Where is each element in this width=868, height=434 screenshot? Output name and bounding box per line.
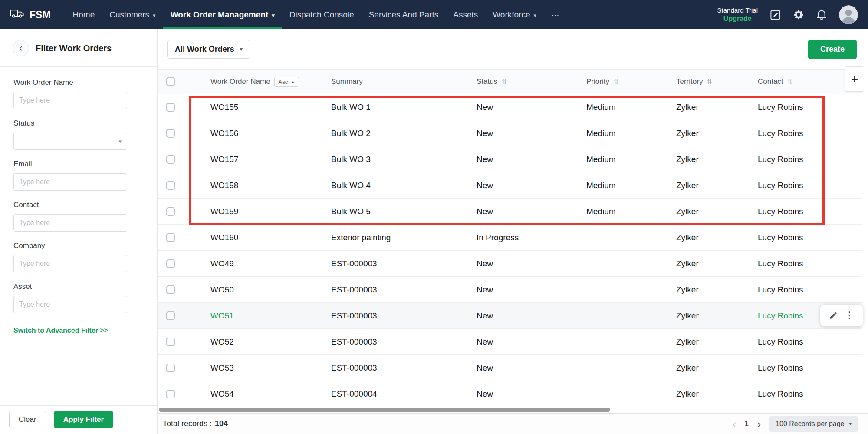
gear-icon[interactable] [793,9,804,20]
main-navigation: HomeCustomers▾Work Order Management▾Disp… [66,0,567,29]
bell-icon[interactable] [816,9,827,20]
contact-link[interactable]: Lucy Robins [749,233,862,242]
row-checkbox[interactable] [166,181,175,190]
table-row[interactable]: WO158 Bulk WO 4 New Medium Zylker Lucy R… [158,172,862,199]
next-page-icon[interactable]: › [757,418,761,430]
table-row[interactable]: WO49 EST-000003 New Zylker Lucy Robins [158,251,862,277]
work-order-name-link[interactable]: WO49 [202,259,322,268]
view-selector-dropdown[interactable]: All Work Orders ▾ [167,40,250,59]
nav-item-workforce[interactable]: Workforce▾ [485,0,544,29]
work-order-name-link[interactable]: WO54 [202,389,322,399]
row-checkbox[interactable] [166,259,175,268]
table-row[interactable]: WO54 EST-000004 New Zylker Lucy Robins [158,381,862,407]
filter-fields: Work Order NameStatus▾EmailContactCompan… [0,67,157,335]
records-per-page-dropdown[interactable]: 100 Records per page ▾ [769,416,858,432]
advanced-filter-link[interactable]: Switch to Advanced Filter >> [13,327,108,335]
table-row[interactable]: WO159 Bulk WO 5 New Medium Zylker Lucy R… [158,199,862,225]
add-column-button[interactable]: + [845,66,864,92]
status-cell: New [468,259,578,268]
status-cell: New [468,389,578,399]
contact-link[interactable]: Lucy Robins [749,129,862,138]
more-actions-icon[interactable]: ⋮ [845,311,854,320]
work-order-name-link[interactable]: WO159 [202,207,322,216]
sort-asc-badge[interactable]: Asc▲ [274,77,299,87]
work-order-name-link[interactable]: WO51 [202,311,322,321]
row-checkbox[interactable] [166,311,175,320]
asset-input[interactable] [13,296,127,313]
company-input[interactable] [13,255,127,272]
table-row[interactable]: WO50 EST-000003 New Zylker Lucy Robins [158,277,862,303]
table-row[interactable]: WO155 Bulk WO 1 New Medium Zylker Lucy R… [158,94,862,120]
work-order-name-link[interactable]: WO160 [202,233,322,242]
back-button[interactable] [13,40,29,56]
upgrade-link[interactable]: Upgrade [717,14,758,23]
nav-item-services-and-parts[interactable]: Services And Parts [362,0,446,29]
contact-link[interactable]: Lucy Robins [749,259,862,268]
edit-pencil-icon[interactable] [829,311,838,320]
table-row[interactable]: WO51 EST-000003 New Zylker Lucy Robins [158,303,862,329]
create-button[interactable]: Create [808,40,857,59]
nav-item-dispatch-console[interactable]: Dispatch Console [282,0,362,29]
contact-link[interactable]: Lucy Robins [749,389,862,399]
table-row[interactable]: WO160 Exterior painting In Progress Zylk… [158,225,862,251]
table-row[interactable]: WO52 EST-000003 New Zylker Lucy Robins [158,329,862,355]
table-row[interactable]: WO53 EST-000003 New Zylker Lucy Robins [158,355,862,381]
row-checkbox[interactable] [166,285,175,294]
row-checkbox[interactable] [166,338,175,346]
trial-label: Standard Trial [717,6,758,15]
row-checkbox[interactable] [166,155,175,164]
user-avatar[interactable] [839,5,858,24]
contact-link[interactable]: Lucy Robins [749,181,862,190]
column-header-summary[interactable]: Summary [322,77,468,86]
column-header-territory[interactable]: Territory⇅ [667,77,749,86]
contact-link[interactable]: Lucy Robins [749,155,862,164]
row-checkbox[interactable] [166,233,175,242]
table-row[interactable]: WO157 Bulk WO 3 New Medium Zylker Lucy R… [158,146,862,172]
work-order-name-link[interactable]: WO53 [202,363,322,373]
field-label: Status [13,119,127,128]
contact-link[interactable]: Lucy Robins [749,103,862,112]
email-input[interactable] [13,173,127,191]
status-select[interactable]: ▾ [13,133,127,150]
nav-item-work-order-management[interactable]: Work Order Management▾ [163,0,282,29]
table-row[interactable]: WO156 Bulk WO 2 New Medium Zylker Lucy R… [158,120,862,146]
nav-item-label: Work Order Management [171,10,269,20]
field-label: Company [13,242,127,250]
row-checkbox[interactable] [166,129,175,138]
contact-link[interactable]: Lucy Robins [749,363,862,373]
column-header-name[interactable]: Work Order NameAsc▲ [202,77,322,87]
work-order-name-input[interactable] [13,92,127,109]
summary-cell: Exterior painting [322,233,468,242]
nav-item-label: ⋯ [551,10,559,20]
contact-input[interactable] [13,214,127,232]
horizontal-scrollbar-thumb[interactable] [159,408,610,412]
row-checkbox-cell [158,181,202,190]
previous-page-icon[interactable]: ‹ [733,418,736,430]
row-checkbox[interactable] [166,390,175,398]
nav-item-assets[interactable]: Assets [446,0,485,29]
compose-icon[interactable] [769,9,781,21]
row-checkbox[interactable] [166,103,175,112]
clear-button[interactable]: Clear [9,411,46,428]
row-checkbox[interactable] [166,207,175,216]
work-order-name-link[interactable]: WO157 [202,155,322,164]
contact-link[interactable]: Lucy Robins [749,285,862,295]
contact-link[interactable]: Lucy Robins [749,207,862,216]
contact-link[interactable]: Lucy Robins [749,337,862,347]
work-order-name-link[interactable]: WO156 [202,129,322,138]
row-checkbox[interactable] [166,364,175,372]
work-order-name-link[interactable]: WO158 [202,181,322,190]
nav-item-more[interactable]: ⋯ [544,0,567,29]
fsm-brand[interactable]: FSM [10,8,51,21]
work-order-name-link[interactable]: WO50 [202,285,322,295]
nav-item-customers[interactable]: Customers▾ [102,0,163,29]
work-order-name-link[interactable]: WO52 [202,337,322,347]
select-all-checkbox[interactable] [166,77,175,86]
work-order-name-link[interactable]: WO155 [202,103,322,112]
nav-item-home[interactable]: Home [66,0,102,29]
apply-filter-button[interactable]: Apply Filter [54,411,114,428]
column-header-priority[interactable]: Priority⇅ [578,77,667,86]
trial-upgrade[interactable]: Standard Trial Upgrade [717,6,758,23]
column-header-status[interactable]: Status⇅ [468,77,578,86]
total-records-value: 104 [215,419,228,428]
